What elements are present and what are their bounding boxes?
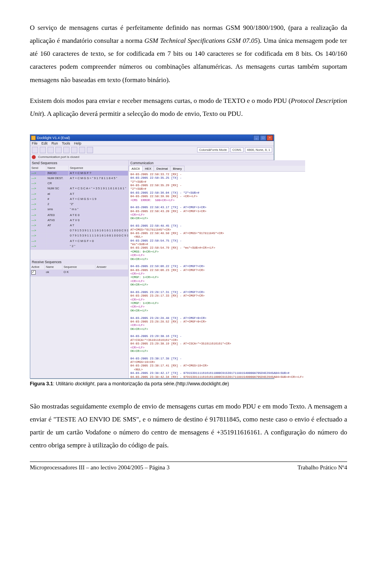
send-row[interactable]: --->" 2 " <box>30 244 128 250</box>
toolbar-button[interactable] <box>32 147 38 153</box>
status-icon <box>32 155 36 159</box>
send-row-seq: A T + C M G S = 1 9 <box>69 197 128 201</box>
figure-caption-c: , para a monitorização da porta série.(h… <box>94 381 229 387</box>
menu-help[interactable]: Help <box>74 141 82 145</box>
send-row[interactable]: --->2"2" <box>30 202 128 207</box>
menu-edit[interactable]: Edit <box>42 141 48 145</box>
tab-binary[interactable]: Binary <box>170 166 185 171</box>
footer-right: Trabalho Prático Nº4 <box>297 464 347 471</box>
figure-caption-bold: Figura 3.1 <box>30 381 53 387</box>
toolbar-button[interactable] <box>40 147 46 153</box>
send-row-seq: A T V 0 <box>69 218 128 223</box>
status-text: Communication port is closed <box>38 155 79 159</box>
send-row-name <box>46 228 69 233</box>
send-arrow-icon[interactable]: ---> <box>31 239 36 243</box>
send-row-name: 2 <box>46 202 69 207</box>
maximize-button[interactable]: □ <box>260 135 266 141</box>
send-row-seq: 0 7 9 1 5 3 9 1 1 1 1 6 1 6 1 6 8 1 0 0 … <box>69 233 128 238</box>
toolbar-button[interactable] <box>55 147 62 153</box>
app-icon <box>31 136 36 140</box>
mode-field[interactable]: Colors&Fonts Mode <box>197 147 229 152</box>
console-log[interactable]: 04-03-2005 22:50:33.72 [RX] - 04-03-2005… <box>129 172 305 378</box>
send-arrow-icon[interactable]: ---> <box>31 176 36 180</box>
send-row[interactable]: --->CR <box>30 181 128 186</box>
p1-text-b: GSM Technical Specifications GSM 07.05 <box>145 37 258 44</box>
send-row[interactable]: --->A T + C M G F = 0 <box>30 239 128 244</box>
send-row-name: NUM DEST. <box>46 176 69 181</box>
toolbar-button[interactable] <box>48 147 54 153</box>
send-row[interactable]: --->ATV0A T V 0 <box>30 218 128 223</box>
send-arrow-icon[interactable]: ---> <box>31 202 36 206</box>
menu-run[interactable]: Run <box>51 141 58 145</box>
send-arrow-icon[interactable]: ---> <box>31 234 36 237</box>
send-row[interactable]: --->ATE0A T E 0 <box>30 213 128 218</box>
send-row[interactable]: --->0 7 9 1 5 3 9 1 1 1 1 6 1 6 1 6 1 1 … <box>30 228 128 233</box>
send-row-name: ATE0 <box>46 213 69 218</box>
send-row-seq: A T <box>69 223 128 228</box>
window-titlebar: Docklight V1.4 (Eval) _ □ × <box>30 135 274 141</box>
toolbar-button[interactable] <box>87 147 93 153</box>
minimize-button[interactable]: _ <box>253 135 260 141</box>
send-row[interactable]: --->#A T + C M G S = 1 9 <box>30 197 128 202</box>
send-arrow-icon[interactable]: ---> <box>31 244 36 248</box>
send-arrow-icon[interactable]: ---> <box>31 197 36 201</box>
send-row-name: sms <box>46 207 69 212</box>
menubar: File Edit Run Tools Help <box>30 141 274 146</box>
recv-row-name: ok <box>45 270 62 276</box>
com-field[interactable]: COM1 <box>231 147 243 152</box>
window-title: Docklight V1.4 (Eval) <box>37 136 70 140</box>
send-arrow-icon[interactable]: ---> <box>31 229 36 232</box>
page-footer: Microprocessadores III – ano lectivo 200… <box>30 464 347 471</box>
close-button[interactable]: × <box>267 135 273 141</box>
toolbar-button[interactable] <box>71 147 77 153</box>
paragraph-3: São mostradas seguidamente exemplo de en… <box>30 400 347 452</box>
recv-row[interactable]: okO K <box>30 270 128 277</box>
settings-field[interactable]: 4800, None, 8, 1 <box>245 147 272 152</box>
send-row-name: NUM SC <box>46 186 69 191</box>
toolbar-button[interactable] <box>63 147 70 153</box>
recv-col-seq: Sequence <box>62 265 95 269</box>
send-row[interactable]: --->INICIOA T + C M G F ? <box>30 171 128 176</box>
send-row[interactable]: --->NUM SCA T + C S C A = " + 3 5 1 9 1 … <box>30 186 128 191</box>
send-arrow-icon[interactable]: ---> <box>31 192 36 196</box>
send-row[interactable]: --->atA T <box>30 192 128 197</box>
send-arrow-icon[interactable]: ---> <box>31 171 36 175</box>
recv-col-name: Name <box>45 265 62 269</box>
recv-grid: Active Name Sequence Answer okO K <box>30 265 128 277</box>
send-row-seq: A T <box>69 192 128 196</box>
send-row-seq: A T + C M G F ? <box>69 171 128 176</box>
send-row-seq: A T E 0 <box>69 213 128 218</box>
toolbar-button[interactable] <box>79 147 85 153</box>
send-row[interactable]: --->0 7 9 1 5 3 9 1 1 1 1 6 1 6 1 6 8 1 … <box>30 233 128 238</box>
send-arrow-icon[interactable]: ---> <box>31 207 36 211</box>
menu-tools[interactable]: Tools <box>62 141 70 145</box>
comm-panel-title: Communication <box>129 160 305 166</box>
send-row-seq: "2" <box>69 202 128 207</box>
send-row-name: at <box>46 192 69 196</box>
send-row[interactable]: --->ATA T <box>30 223 128 228</box>
send-arrow-icon[interactable]: ---> <box>31 187 36 190</box>
active-checkbox[interactable] <box>31 270 36 275</box>
footer-rule <box>30 462 347 462</box>
send-row-name: CR <box>46 181 69 186</box>
tab-decimal[interactable]: Decimal <box>154 166 170 171</box>
send-row-name <box>46 244 69 249</box>
send-row[interactable]: --->sms" m s " <box>30 207 128 213</box>
send-arrow-icon[interactable]: ---> <box>31 181 36 185</box>
send-arrow-icon[interactable]: ---> <box>31 218 36 222</box>
send-arrow-icon[interactable]: ---> <box>31 223 36 227</box>
figure-caption: Figura 3.1: Utilitário docklight, para a… <box>30 381 347 387</box>
send-row[interactable]: --->NUM DEST.A T + C M G S = " 9 1 7 8 1… <box>30 176 128 181</box>
paragraph-2: Existem dois modos para enviar e receber… <box>30 94 347 120</box>
menu-file[interactable]: File <box>32 141 38 145</box>
toolbar: Colors&Fonts Mode COM1 4800, None, 8, 1 <box>30 146 274 154</box>
send-row-seq <box>69 181 128 186</box>
figure-screenshot: Docklight V1.4 (Eval) _ □ × File Edit Ru… <box>30 134 347 379</box>
send-arrow-icon[interactable]: ---> <box>31 213 36 217</box>
tab-hex[interactable]: HEX <box>142 166 154 171</box>
send-col-seq: Sequence <box>69 166 128 170</box>
send-panel-title: Send Sequences <box>30 160 128 166</box>
send-row-seq: A T + C M G S = " 9 1 7 8 1 1 8 4 5 " <box>69 176 128 181</box>
recv-panel-title: Receive Sequences <box>30 259 128 265</box>
tab-ascii[interactable]: ASCII <box>129 166 143 171</box>
